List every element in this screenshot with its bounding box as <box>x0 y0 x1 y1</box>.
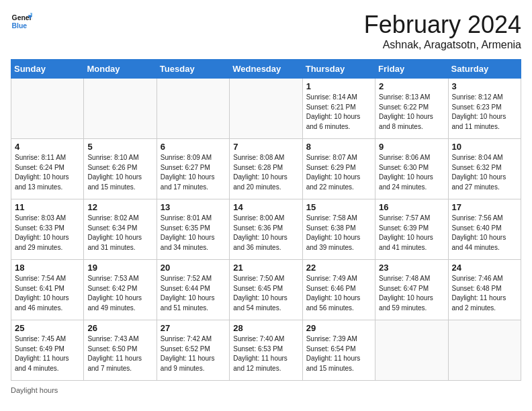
calendar-day-cell: 17Sunrise: 7:56 AM Sunset: 6:40 PM Dayli… <box>448 199 521 260</box>
day-info: Sunrise: 7:50 AM Sunset: 6:45 PM Dayligh… <box>233 274 298 313</box>
day-info: Sunrise: 7:45 AM Sunset: 6:49 PM Dayligh… <box>15 334 80 373</box>
calendar-week-row: 1Sunrise: 8:14 AM Sunset: 6:21 PM Daylig… <box>11 79 521 139</box>
calendar-day-cell: 14Sunrise: 8:00 AM Sunset: 6:36 PM Dayli… <box>230 199 302 260</box>
day-info: Sunrise: 7:53 AM Sunset: 6:42 PM Dayligh… <box>87 274 152 313</box>
day-number: 6 <box>161 142 226 152</box>
day-info: Sunrise: 7:58 AM Sunset: 6:38 PM Dayligh… <box>306 214 371 253</box>
day-info: Sunrise: 7:49 AM Sunset: 6:46 PM Dayligh… <box>306 274 371 313</box>
weekday-header: Tuesday <box>157 60 229 79</box>
day-info: Sunrise: 7:40 AM Sunset: 6:53 PM Dayligh… <box>233 334 298 373</box>
calendar-day-cell: 23Sunrise: 7:48 AM Sunset: 6:47 PM Dayli… <box>375 260 448 320</box>
day-info: Sunrise: 8:14 AM Sunset: 6:21 PM Dayligh… <box>306 93 371 132</box>
calendar-day-cell: 29Sunrise: 7:39 AM Sunset: 6:54 PM Dayli… <box>302 320 375 381</box>
day-number: 14 <box>233 202 298 212</box>
day-number: 15 <box>306 202 371 212</box>
calendar-day-cell: 19Sunrise: 7:53 AM Sunset: 6:42 PM Dayli… <box>84 260 157 320</box>
calendar-day-cell: 18Sunrise: 7:54 AM Sunset: 6:41 PM Dayli… <box>11 260 84 320</box>
day-number: 25 <box>15 323 80 333</box>
day-number: 7 <box>233 142 298 152</box>
calendar-week-row: 4Sunrise: 8:11 AM Sunset: 6:24 PM Daylig… <box>11 139 521 199</box>
day-number: 19 <box>87 263 152 273</box>
day-info: Sunrise: 8:07 AM Sunset: 6:29 PM Dayligh… <box>306 153 371 192</box>
header: General Blue February 2024 Ashnak, Araga… <box>11 11 521 51</box>
svg-text:Blue: Blue <box>12 22 28 30</box>
calendar-day-cell: 2Sunrise: 8:13 AM Sunset: 6:22 PM Daylig… <box>375 79 448 139</box>
calendar-title: February 2024 <box>364 11 521 39</box>
calendar-day-cell: 24Sunrise: 7:46 AM Sunset: 6:48 PM Dayli… <box>448 260 521 320</box>
day-number: 18 <box>15 263 80 273</box>
calendar-subtitle: Ashnak, Aragatsotn, Armenia <box>364 39 521 51</box>
day-info: Sunrise: 8:08 AM Sunset: 6:28 PM Dayligh… <box>233 153 298 192</box>
logo-icon: General Blue <box>11 11 32 32</box>
calendar-day-cell: 21Sunrise: 7:50 AM Sunset: 6:45 PM Dayli… <box>230 260 302 320</box>
calendar-day-cell: 26Sunrise: 7:43 AM Sunset: 6:50 PM Dayli… <box>84 320 157 381</box>
day-info: Sunrise: 7:48 AM Sunset: 6:47 PM Dayligh… <box>379 274 444 313</box>
calendar-day-cell: 28Sunrise: 7:40 AM Sunset: 6:53 PM Dayli… <box>230 320 302 381</box>
header-row: SundayMondayTuesdayWednesdayThursdayFrid… <box>11 60 521 79</box>
calendar-week-row: 11Sunrise: 8:03 AM Sunset: 6:33 PM Dayli… <box>11 199 521 260</box>
day-number: 2 <box>379 81 444 91</box>
day-number: 17 <box>452 202 517 212</box>
calendar-day-cell: 10Sunrise: 8:04 AM Sunset: 6:32 PM Dayli… <box>448 139 521 199</box>
day-number: 23 <box>379 263 444 273</box>
calendar-table: SundayMondayTuesdayWednesdayThursdayFrid… <box>11 59 521 381</box>
day-info: Sunrise: 7:56 AM Sunset: 6:40 PM Dayligh… <box>452 214 517 253</box>
day-info: Sunrise: 8:11 AM Sunset: 6:24 PM Dayligh… <box>15 153 80 192</box>
calendar-day-cell: 8Sunrise: 8:07 AM Sunset: 6:29 PM Daylig… <box>302 139 375 199</box>
day-info: Sunrise: 8:02 AM Sunset: 6:34 PM Dayligh… <box>87 214 152 253</box>
day-number: 26 <box>87 323 152 333</box>
day-info: Sunrise: 8:13 AM Sunset: 6:22 PM Dayligh… <box>379 93 444 132</box>
title-section: February 2024 Ashnak, Aragatsotn, Armeni… <box>364 11 521 51</box>
weekday-header: Friday <box>375 60 448 79</box>
day-number: 13 <box>161 202 226 212</box>
day-number: 29 <box>306 323 371 333</box>
weekday-header: Saturday <box>448 60 521 79</box>
calendar-day-cell: 16Sunrise: 7:57 AM Sunset: 6:39 PM Dayli… <box>375 199 448 260</box>
calendar-day-cell: 9Sunrise: 8:06 AM Sunset: 6:30 PM Daylig… <box>375 139 448 199</box>
calendar-day-cell: 20Sunrise: 7:52 AM Sunset: 6:44 PM Dayli… <box>157 260 229 320</box>
weekday-header: Thursday <box>302 60 375 79</box>
day-info: Sunrise: 8:00 AM Sunset: 6:36 PM Dayligh… <box>233 214 298 253</box>
calendar-day-cell: 6Sunrise: 8:09 AM Sunset: 6:27 PM Daylig… <box>157 139 229 199</box>
day-number: 22 <box>306 263 371 273</box>
calendar-day-cell: 7Sunrise: 8:08 AM Sunset: 6:28 PM Daylig… <box>230 139 302 199</box>
day-info: Sunrise: 7:57 AM Sunset: 6:39 PM Dayligh… <box>379 214 444 253</box>
calendar-week-row: 25Sunrise: 7:45 AM Sunset: 6:49 PM Dayli… <box>11 320 521 381</box>
day-info: Sunrise: 8:06 AM Sunset: 6:30 PM Dayligh… <box>379 153 444 192</box>
day-number: 27 <box>161 323 226 333</box>
day-number: 3 <box>452 81 517 91</box>
day-number: 21 <box>233 263 298 273</box>
day-number: 12 <box>87 202 152 212</box>
day-number: 5 <box>87 142 152 152</box>
calendar-day-cell <box>157 79 229 139</box>
calendar-day-cell <box>84 79 157 139</box>
day-number: 11 <box>15 202 80 212</box>
day-number: 24 <box>452 263 517 273</box>
day-number: 16 <box>379 202 444 212</box>
day-info: Sunrise: 7:54 AM Sunset: 6:41 PM Dayligh… <box>15 274 80 313</box>
calendar-day-cell: 27Sunrise: 7:42 AM Sunset: 6:52 PM Dayli… <box>157 320 229 381</box>
day-number: 1 <box>306 81 371 91</box>
calendar-day-cell: 3Sunrise: 8:12 AM Sunset: 6:23 PM Daylig… <box>448 79 521 139</box>
calendar-day-cell: 5Sunrise: 8:10 AM Sunset: 6:26 PM Daylig… <box>84 139 157 199</box>
calendar-day-cell <box>230 79 302 139</box>
day-number: 20 <box>161 263 226 273</box>
calendar-day-cell: 11Sunrise: 8:03 AM Sunset: 6:33 PM Dayli… <box>11 199 84 260</box>
day-info: Sunrise: 8:09 AM Sunset: 6:27 PM Dayligh… <box>161 153 226 192</box>
logo: General Blue <box>11 11 32 32</box>
calendar-day-cell: 25Sunrise: 7:45 AM Sunset: 6:49 PM Dayli… <box>11 320 84 381</box>
weekday-header: Wednesday <box>230 60 302 79</box>
day-info: Sunrise: 8:12 AM Sunset: 6:23 PM Dayligh… <box>452 93 517 132</box>
day-info: Sunrise: 8:03 AM Sunset: 6:33 PM Dayligh… <box>15 214 80 253</box>
day-number: 10 <box>452 142 517 152</box>
day-info: Sunrise: 8:10 AM Sunset: 6:26 PM Dayligh… <box>87 153 152 192</box>
calendar-day-cell: 1Sunrise: 8:14 AM Sunset: 6:21 PM Daylig… <box>302 79 375 139</box>
daylight-label: Daylight hours <box>11 386 58 394</box>
calendar-day-cell: 22Sunrise: 7:49 AM Sunset: 6:46 PM Dayli… <box>302 260 375 320</box>
calendar-week-row: 18Sunrise: 7:54 AM Sunset: 6:41 PM Dayli… <box>11 260 521 320</box>
calendar-day-cell: 13Sunrise: 8:01 AM Sunset: 6:35 PM Dayli… <box>157 199 229 260</box>
day-info: Sunrise: 7:42 AM Sunset: 6:52 PM Dayligh… <box>161 334 226 373</box>
day-info: Sunrise: 8:04 AM Sunset: 6:32 PM Dayligh… <box>452 153 517 192</box>
day-info: Sunrise: 7:39 AM Sunset: 6:54 PM Dayligh… <box>306 334 371 373</box>
day-info: Sunrise: 7:46 AM Sunset: 6:48 PM Dayligh… <box>452 274 517 313</box>
